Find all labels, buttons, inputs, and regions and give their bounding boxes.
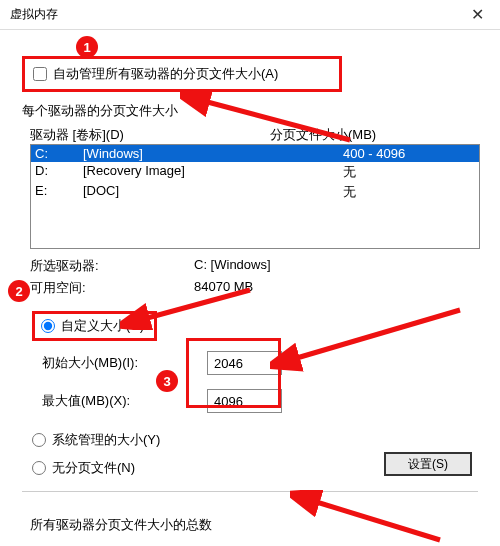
selected-drive-label: 所选驱动器:: [30, 257, 194, 275]
drive-list[interactable]: C: [Windows] 400 - 4096 D: [Recovery Ima…: [30, 144, 480, 249]
svg-line-2: [290, 310, 460, 360]
annotation-arrow-icon: [180, 90, 360, 150]
svg-line-3: [310, 500, 440, 540]
no-pagefile-label: 无分页文件(N): [52, 459, 135, 477]
drive-letter: E:: [35, 183, 83, 201]
max-size-label: 最大值(MB)(X):: [42, 392, 207, 410]
drive-size: 无: [343, 163, 356, 181]
set-button[interactable]: 设置(S): [384, 452, 472, 476]
system-managed-label: 系统管理的大小(Y): [52, 431, 160, 449]
max-size-input[interactable]: [207, 389, 282, 413]
auto-manage-label: 自动管理所有驱动器的分页文件大小(A): [53, 65, 278, 83]
drive-label: [Recovery Image]: [83, 163, 343, 181]
drive-letter: C:: [35, 146, 83, 161]
svg-line-0: [200, 100, 350, 140]
selected-drive-value: C: [Windows]: [194, 257, 271, 275]
drive-size: 无: [343, 183, 356, 201]
initial-size-label: 初始大小(MB)(I):: [42, 354, 207, 372]
drive-row-e[interactable]: E: [DOC] 无: [31, 182, 479, 202]
annotation-badge-2: 2: [8, 280, 30, 302]
window-title: 虚拟内存: [10, 6, 58, 23]
auto-manage-checkbox[interactable]: [33, 67, 47, 81]
annotation-arrow-icon: [120, 280, 260, 330]
annotation-arrow-icon: [270, 300, 470, 380]
svg-line-1: [140, 290, 250, 320]
system-managed-radio[interactable]: [32, 433, 46, 447]
close-icon[interactable]: ✕: [462, 0, 492, 30]
auto-manage-checkbox-row[interactable]: 自动管理所有驱动器的分页文件大小(A): [22, 56, 342, 92]
no-pagefile-radio[interactable]: [32, 461, 46, 475]
drive-row-d[interactable]: D: [Recovery Image] 无: [31, 162, 479, 182]
custom-size-radio[interactable]: [41, 319, 55, 333]
annotation-badge-1: 1: [76, 36, 98, 58]
annotation-badge-3: 3: [156, 370, 178, 392]
drive-letter: D:: [35, 163, 83, 181]
annotation-arrow-icon: [290, 490, 450, 546]
drive-label: [DOC]: [83, 183, 343, 201]
